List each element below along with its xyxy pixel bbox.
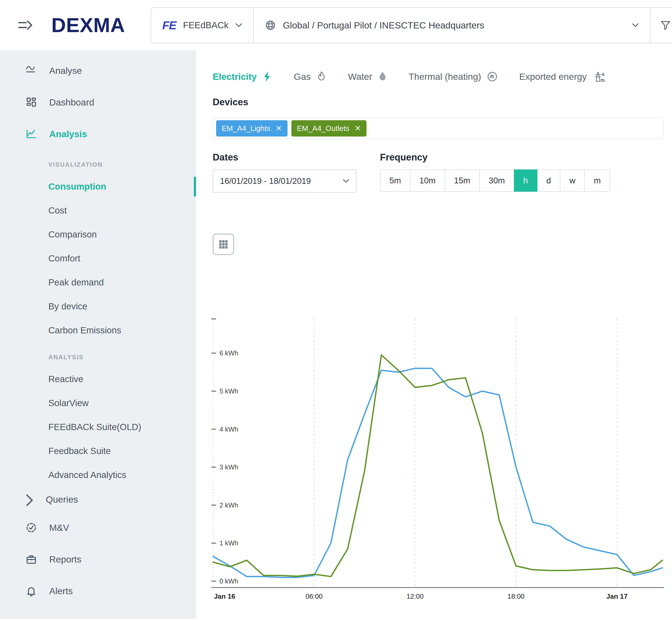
sidebar-item-queries[interactable]: Queries <box>0 487 196 512</box>
freq-5m-button[interactable]: 5m <box>380 169 410 192</box>
svg-text:5 kWh: 5 kWh <box>219 388 238 395</box>
freq-day-button[interactable]: d <box>537 169 560 192</box>
svg-text:12:00: 12:00 <box>406 593 424 600</box>
freq-30m-button[interactable]: 30m <box>479 169 514 192</box>
tab-water[interactable]: Water <box>348 71 387 82</box>
svg-text:2 kWh: 2 kWh <box>219 501 238 509</box>
sidebar-item-carbon-emissions[interactable]: Carbon Emissions <box>0 319 196 342</box>
tab-exported-energy[interactable]: Exported energy <box>519 71 605 82</box>
sidebar-item-mv[interactable]: M&V <box>0 512 196 544</box>
tab-thermal-heating[interactable]: Thermal (heating) <box>409 71 498 82</box>
briefcase-icon <box>26 554 37 565</box>
sidebar-item-feedback-suite[interactable]: Feedback Suite <box>0 439 196 463</box>
globe-icon <box>265 20 276 31</box>
sidebar-collapse-icon[interactable] <box>18 19 32 31</box>
sidebar-item-analysis[interactable]: Analysis <box>0 118 196 150</box>
sidebar-item-peak-demand[interactable]: Peak demand <box>0 270 196 294</box>
tab-electricity[interactable]: Electricity <box>213 71 273 82</box>
svg-text:3 kWh: 3 kWh <box>219 464 238 471</box>
app-selector[interactable]: FE FEEdBACk <box>151 8 253 43</box>
context-selector: FE FEEdBACk Global / Portugal Pilot / IN… <box>151 7 672 43</box>
device-chip[interactable]: EM_A4_Outlets ✕ <box>291 120 366 137</box>
consumption-chart: 0 kWh1 kWh2 kWh3 kWh4 kWh5 kWh6 kWhJan 1… <box>211 316 672 605</box>
remove-chip-icon[interactable]: ✕ <box>354 125 361 132</box>
chevron-right-icon <box>26 494 33 505</box>
date-range-select[interactable]: 16/01/2019 - 18/01/2019 <box>213 169 356 193</box>
sidebar-item-feedback-suite-old[interactable]: FEEdBACk Suite(OLD) <box>0 415 196 439</box>
main-content: Electricity Gas Water Thermal (heating) <box>196 51 672 605</box>
sidebar-item-comfort[interactable]: Comfort <box>0 247 196 270</box>
sidebar-item-by-device[interactable]: By device <box>0 294 196 319</box>
filters-row: Dates 16/01/2019 - 18/01/2019 Frequency … <box>213 152 672 193</box>
table-view-button[interactable] <box>213 234 234 255</box>
heating-coil-icon <box>487 71 498 82</box>
breadcrumb: Global / Portugal Pilot / INESCTEC Headq… <box>283 20 484 30</box>
water-drop-icon <box>378 71 387 82</box>
sidebar-item-reactive[interactable]: Reactive <box>0 367 196 391</box>
filter-button[interactable] <box>650 8 672 43</box>
date-range-value: 16/01/2019 - 18/01/2019 <box>220 176 338 186</box>
remove-chip-icon[interactable]: ✕ <box>276 125 282 132</box>
feedback-app-logo-icon: FE <box>162 19 176 32</box>
sidebar-item-cost[interactable]: Cost <box>0 199 196 222</box>
device-chip-label: EM_A4_Outlets <box>297 124 349 133</box>
svg-text:Jan 16: Jan 16 <box>214 593 236 600</box>
energy-type-tabs: Electricity Gas Water Thermal (heating) <box>213 71 672 82</box>
wave-icon <box>26 65 37 76</box>
chevron-down-icon <box>632 23 639 27</box>
svg-text:18:00: 18:00 <box>508 593 525 600</box>
frequency-group: 5m 10m 15m 30m h d w m <box>380 169 610 192</box>
site-selector[interactable]: Global / Portugal Pilot / INESCTEC Headq… <box>253 8 650 43</box>
grid-icon <box>218 239 229 250</box>
devices-label: Devices <box>213 97 672 108</box>
svg-text:0 kWh: 0 kWh <box>219 577 238 585</box>
dashboard-icon <box>26 97 37 108</box>
line-chart-icon <box>26 128 37 139</box>
svg-text:1 kWh: 1 kWh <box>219 539 238 547</box>
sidebar-item-analyse[interactable]: Analyse <box>0 55 196 86</box>
lightning-icon <box>262 71 273 82</box>
sidebar-item-alerts[interactable]: Alerts <box>0 575 196 607</box>
svg-text:6 kWh: 6 kWh <box>219 349 238 357</box>
chevron-down-icon <box>343 179 349 183</box>
app-selector-label: FEEdBACk <box>183 20 228 30</box>
sidebar-section-analysis: ANALYSIS <box>0 342 196 367</box>
dexma-logo: DEXMA <box>51 14 125 37</box>
device-chip-input[interactable]: EM_A4_Lights ✕ EM_A4_Outlets ✕ <box>213 118 664 139</box>
freq-month-button[interactable]: m <box>584 169 610 192</box>
sidebar-item-reports[interactable]: Reports <box>0 544 196 575</box>
dates-label: Dates <box>213 152 380 162</box>
tab-gas[interactable]: Gas <box>294 71 327 82</box>
sidebar-item-solarview[interactable]: SolarView <box>0 391 196 415</box>
svg-text:4 kWh: 4 kWh <box>219 426 238 433</box>
circle-check-icon <box>26 522 37 533</box>
sidebar-section-visualization: VISUALIZATION <box>0 150 196 175</box>
freq-10m-button[interactable]: 10m <box>410 169 445 192</box>
flame-icon <box>316 71 327 82</box>
bell-icon <box>26 586 37 597</box>
sidebar-item-comparison[interactable]: Comparison <box>0 222 196 247</box>
transmission-tower-icon <box>592 71 605 82</box>
chevron-down-icon <box>236 23 242 27</box>
device-chip[interactable]: EM_A4_Lights ✕ <box>216 120 287 137</box>
topbar: DEXMA FE FEEdBACk Global / Portugal Pilo… <box>0 0 672 51</box>
sidebar-item-dashboard[interactable]: Dashboard <box>0 86 196 118</box>
frequency-label: Frequency <box>380 152 610 162</box>
sidebar-item-consumption[interactable]: Consumption <box>0 175 196 199</box>
sidebar: Analyse Dashboard Analysis VISUALIZATION… <box>0 51 196 619</box>
sidebar-item-advanced-analytics[interactable]: Advanced Analytics <box>0 463 196 487</box>
freq-hour-button[interactable]: h <box>514 169 537 192</box>
freq-15m-button[interactable]: 15m <box>445 169 480 192</box>
freq-week-button[interactable]: w <box>560 169 585 192</box>
svg-text:06:00: 06:00 <box>306 593 323 600</box>
device-chip-label: EM_A4_Lights <box>222 124 270 133</box>
svg-text:Jan 17: Jan 17 <box>606 593 628 600</box>
